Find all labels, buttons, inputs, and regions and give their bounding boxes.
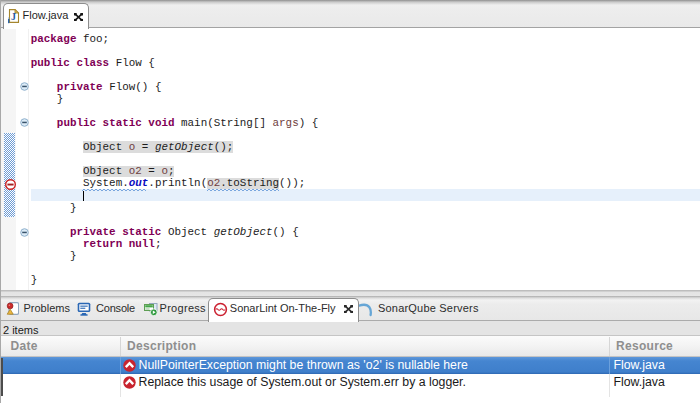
svg-text:J: J bbox=[11, 11, 16, 22]
